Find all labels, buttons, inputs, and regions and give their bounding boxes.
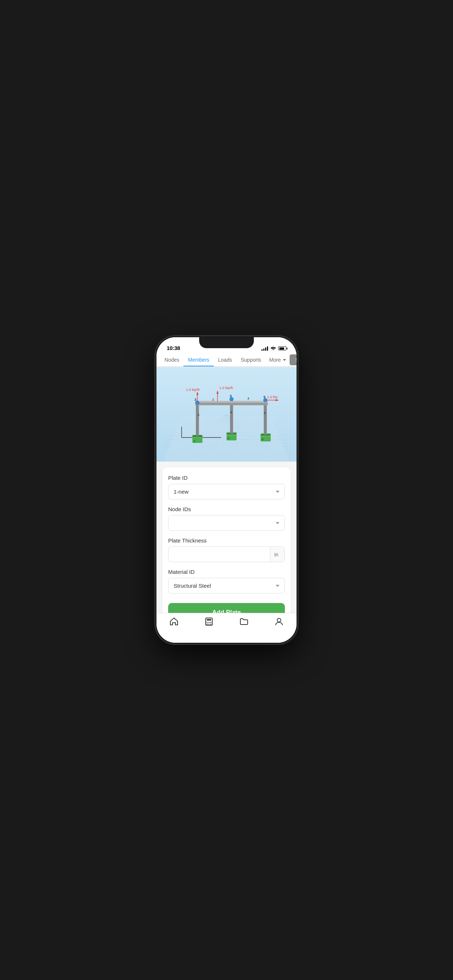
- svg-text:2: 2: [195, 398, 196, 401]
- plate-thickness-input-wrap[interactable]: in: [168, 547, 285, 562]
- calculator-icon: [204, 617, 214, 626]
- more-dropdown-arrow: [283, 359, 286, 361]
- material-id-label: Material ID: [168, 569, 285, 575]
- svg-point-70: [207, 622, 208, 623]
- plate-thickness-unit: in: [270, 547, 284, 562]
- svg-point-76: [277, 618, 281, 622]
- svg-text:6: 6: [262, 438, 263, 441]
- node-ids-select-wrap[interactable]: [168, 515, 285, 531]
- svg-text:1: 1: [193, 439, 195, 443]
- nav-calculator[interactable]: [191, 617, 226, 626]
- bottom-nav: [156, 613, 297, 643]
- tab-loads[interactable]: Loads: [214, 353, 236, 366]
- add-plate-button[interactable]: Add Plate: [168, 603, 285, 613]
- nav-folder[interactable]: [226, 617, 262, 626]
- node-ids-label: Node IDs: [168, 506, 285, 512]
- folder-icon: [239, 617, 249, 626]
- nav-tabs: Nodes Members Loads Supports More Solve: [156, 353, 297, 367]
- svg-point-72: [211, 622, 212, 623]
- svg-text:4: 4: [247, 396, 249, 400]
- tab-members[interactable]: Members: [183, 353, 214, 366]
- nav-home[interactable]: [156, 617, 191, 626]
- material-id-select-wrap[interactable]: Structural Steel: [168, 578, 285, 593]
- node-ids-group: Node IDs: [168, 506, 285, 531]
- svg-rect-38: [196, 402, 199, 436]
- svg-text:5: 5: [264, 411, 266, 415]
- svg-rect-69: [207, 619, 211, 620]
- home-icon: [169, 617, 179, 626]
- tab-more[interactable]: More: [266, 353, 290, 366]
- material-id-select[interactable]: Structural Steel: [169, 578, 284, 593]
- svg-point-73: [207, 624, 208, 625]
- tab-supports[interactable]: Supports: [236, 353, 266, 366]
- svg-point-75: [211, 624, 212, 625]
- plate-id-group: Plate ID 1-new: [168, 475, 285, 500]
- plate-id-select-wrap[interactable]: 1-new: [168, 484, 285, 500]
- svg-text:1.0 kip/ft: 1.0 kip/ft: [186, 388, 199, 391]
- svg-text:2: 2: [212, 398, 214, 401]
- 3d-viewport[interactable]: 2 3 5 2 4 3 4 5 1 4 6 1.0 kip/ft: [156, 367, 297, 461]
- plate-thickness-label: Plate Thickness: [168, 538, 285, 544]
- plate-id-select[interactable]: 1-new: [169, 484, 284, 499]
- svg-text:1.0 kip/ft: 1.0 kip/ft: [219, 386, 233, 390]
- svg-text:5: 5: [263, 395, 266, 399]
- nav-user[interactable]: [262, 617, 297, 626]
- wifi-icon: [270, 345, 276, 351]
- status-time: 10:38: [167, 345, 180, 351]
- form-card: Plate ID 1-new Node IDs: [162, 468, 291, 613]
- plate-thickness-input[interactable]: [169, 547, 270, 562]
- svg-point-46: [230, 398, 233, 401]
- svg-text:3: 3: [197, 413, 199, 417]
- node-ids-select[interactable]: [169, 515, 284, 530]
- svg-text:3: 3: [230, 394, 232, 398]
- solve-button[interactable]: Solve: [290, 355, 297, 365]
- svg-text:1.0 kip: 1.0 kip: [267, 395, 278, 399]
- svg-rect-44: [195, 401, 268, 403]
- plate-thickness-group: Plate Thickness in: [168, 538, 285, 562]
- svg-point-74: [209, 624, 210, 625]
- svg-text:4: 4: [228, 436, 230, 440]
- material-id-group: Material ID Structural Steel: [168, 569, 285, 593]
- tab-nodes[interactable]: Nodes: [160, 353, 183, 366]
- signal-icon: [262, 346, 268, 351]
- user-icon: [274, 617, 284, 626]
- form-area: Plate ID 1-new Node IDs: [156, 461, 297, 613]
- svg-point-71: [209, 622, 210, 623]
- battery-icon: [278, 346, 286, 350]
- svg-text:4: 4: [230, 410, 232, 414]
- structure-visualization: 2 3 5 2 4 3 4 5 1 4 6 1.0 kip/ft: [156, 367, 297, 461]
- status-icons: [262, 345, 286, 351]
- plate-id-label: Plate ID: [168, 475, 285, 481]
